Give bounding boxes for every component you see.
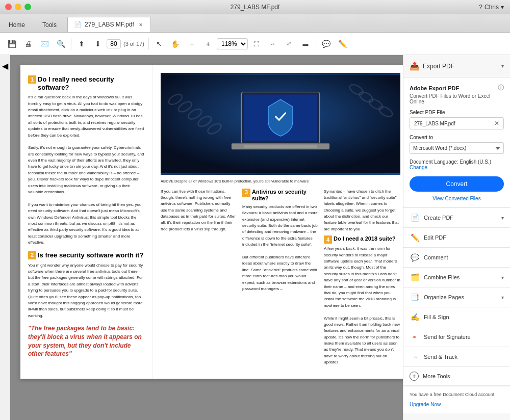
select-tool-button[interactable]: ↖ bbox=[151, 36, 167, 51]
tool-more-left: + More Tools bbox=[410, 372, 450, 381]
file-clear-button[interactable]: ✕ bbox=[494, 120, 499, 127]
fit-width-button[interactable]: ↔ bbox=[265, 36, 280, 51]
draw-tool-button[interactable]: ✏️ bbox=[335, 36, 350, 51]
tab-close-button[interactable]: ✕ bbox=[137, 21, 144, 28]
fit-page-button[interactable]: ⛶ bbox=[249, 36, 264, 51]
hand-tool-button[interactable]: ✋ bbox=[168, 36, 183, 51]
combine-icon: 🗂️ bbox=[410, 272, 420, 282]
minimize-button[interactable] bbox=[15, 4, 21, 10]
section2-header: 2 Is free security software worth it? bbox=[28, 251, 145, 259]
tool-organize-pages[interactable]: 📑 Organize Pages ▾ bbox=[403, 287, 510, 307]
tool-create-pdf[interactable]: 📄 Create PDF ▾ bbox=[403, 208, 510, 228]
user-name: Chris bbox=[484, 4, 499, 11]
maximize-button[interactable] bbox=[24, 4, 31, 10]
separator2 bbox=[148, 38, 149, 49]
tool-fill-left: ✍️ Fill & Sign bbox=[410, 312, 449, 322]
col3-intro: Symantec – have chosen to ditch the trad… bbox=[324, 189, 400, 233]
doc-language: Document Language: English (U.S.) Change bbox=[410, 159, 504, 170]
bottom-note: You have a free Document Cloud account U… bbox=[403, 386, 510, 413]
tab-file[interactable]: 📄 279_LABS MF.pdf ✕ bbox=[67, 17, 151, 32]
toolbar: 💾 🖨 ✉️ 🔍 ⬆ ⬇ (3 of 17) ↖ ✋ − + 118% 100%… bbox=[0, 33, 510, 55]
tool-combine-left: 🗂️ Combine Files bbox=[410, 272, 460, 282]
organize-label: Organize Pages bbox=[424, 294, 464, 300]
export-pdf-header[interactable]: 📤 Export PDF ▾ bbox=[410, 61, 504, 71]
more-tools-label: More Tools bbox=[423, 373, 450, 379]
prev-page-button[interactable]: ⬆ bbox=[74, 36, 89, 51]
change-language-link[interactable]: Change bbox=[410, 165, 427, 170]
pdf-area[interactable]: 1 Do I really need security software? It… bbox=[10, 55, 403, 420]
hero-image bbox=[161, 73, 400, 175]
section2-body: You might wonder why anyone would choose… bbox=[28, 262, 145, 320]
email-button[interactable]: ✉️ bbox=[37, 36, 52, 51]
file-name-text: 279_LABS MF.pdf bbox=[414, 121, 455, 126]
send-track-label: Send & Track bbox=[424, 354, 457, 360]
comment-tool-button[interactable]: 💬 bbox=[319, 36, 334, 51]
comment-label: Comment bbox=[424, 254, 448, 260]
section2-num: 2 bbox=[28, 251, 36, 259]
col1-text: If you can live with those limitations, … bbox=[161, 189, 237, 371]
file-icon: 📄 bbox=[74, 21, 82, 28]
close-button[interactable] bbox=[5, 4, 12, 10]
zoom-in-button[interactable]: + bbox=[200, 36, 216, 51]
main-layout: ◀ 1 Do I really need security software? … bbox=[0, 55, 510, 420]
window-controls[interactable] bbox=[5, 4, 31, 10]
window-title: 279_LABS MF.pdf bbox=[231, 4, 280, 11]
col3-text: Symantec – have chosen to ditch the trad… bbox=[324, 189, 400, 371]
tool-more-tools[interactable]: + More Tools bbox=[403, 367, 510, 386]
user-menu[interactable]: ? Chris ▾ bbox=[479, 4, 504, 11]
tab-home[interactable]: Home bbox=[0, 17, 34, 32]
read-mode-button[interactable]: ▬ bbox=[298, 36, 313, 51]
section3-header: 3 Antivirus or security suite? bbox=[242, 189, 319, 202]
left-panel-toggle[interactable]: ◀ bbox=[0, 55, 10, 420]
fill-sign-label: Fill & Sign bbox=[424, 314, 449, 320]
pdf-main-column: ABOVE Despite all of Windows 10's built-… bbox=[153, 65, 403, 379]
next-page-button[interactable]: ⬇ bbox=[90, 36, 106, 51]
convert-button[interactable]: Convert bbox=[410, 176, 504, 192]
tool-organize-left: 📑 Organize Pages bbox=[410, 292, 464, 302]
edit-pdf-icon: ✏️ bbox=[410, 232, 420, 243]
section1-body: It's a fair question: back in the days o… bbox=[28, 94, 145, 246]
section4-header: 4 Do I need a 2018 suite? bbox=[324, 235, 400, 244]
file-input-row[interactable]: 279_LABS MF.pdf ✕ bbox=[410, 117, 504, 129]
select-file-label: Select PDF File bbox=[410, 110, 504, 115]
page-number-input[interactable] bbox=[107, 39, 121, 48]
tab-tools[interactable]: Tools bbox=[34, 17, 65, 32]
tool-send-signature[interactable]: ✒ Send for Signature bbox=[403, 327, 510, 347]
view-converted-link[interactable]: View Converted Files bbox=[410, 196, 504, 201]
edit-pdf-label: Edit PDF bbox=[424, 234, 446, 241]
create-pdf-chevron: ▾ bbox=[501, 215, 504, 221]
print-button[interactable]: 🖨 bbox=[20, 36, 36, 51]
caption-above: ABOVE bbox=[161, 179, 173, 183]
tool-edit-pdf-left: ✏️ Edit PDF bbox=[410, 232, 446, 243]
combine-chevron: ▾ bbox=[501, 275, 504, 280]
section3-num: 3 bbox=[242, 189, 250, 197]
search-button[interactable]: 🔍 bbox=[53, 36, 68, 51]
create-pdf-icon: 📄 bbox=[410, 213, 420, 223]
zoom-out-button[interactable]: − bbox=[184, 36, 199, 51]
tool-create-pdf-left: 📄 Create PDF bbox=[410, 213, 453, 223]
fill-sign-icon: ✍️ bbox=[410, 312, 420, 322]
tool-send-track[interactable]: → Send & Track bbox=[403, 347, 510, 367]
comment-icon: 💬 bbox=[410, 252, 420, 262]
adobe-info-icon: ⓘ bbox=[498, 84, 504, 92]
collapse-icon: ◀ bbox=[2, 61, 8, 71]
export-pdf-section: Adobe Export PDF ⓘ Convert PDF Files to … bbox=[403, 77, 510, 208]
section1-num: 1 bbox=[28, 75, 36, 84]
save-button[interactable]: 💾 bbox=[4, 36, 19, 51]
export-pdf-icon: 📤 bbox=[410, 61, 420, 71]
upgrade-link[interactable]: Upgrade Now bbox=[410, 401, 504, 408]
tool-comment[interactable]: 💬 Comment bbox=[403, 248, 510, 268]
tool-comment-left: 💬 Comment bbox=[410, 252, 448, 262]
full-screen-button[interactable]: ⤢ bbox=[282, 36, 297, 51]
zoom-select[interactable]: 118% 100% 75% 50% bbox=[217, 38, 248, 49]
tool-list: 📄 Create PDF ▾ ✏️ Edit PDF 💬 Comment bbox=[403, 208, 510, 386]
convert-to-select[interactable]: Microsoft Word (*.docx) Microsoft Excel … bbox=[410, 142, 504, 154]
pdf-left-column: 1 Do I really need security software? It… bbox=[20, 65, 153, 379]
doc-language-value: English (U.S.) bbox=[460, 159, 491, 165]
tool-edit-pdf[interactable]: ✏️ Edit PDF bbox=[403, 228, 510, 248]
tool-combine-files[interactable]: 🗂️ Combine Files ▾ bbox=[403, 268, 510, 287]
tool-fill-sign[interactable]: ✍️ Fill & Sign bbox=[403, 307, 510, 327]
section3-body: Many security products are offered in tw… bbox=[242, 204, 319, 292]
pullquote: "The free packages tend to be basic: the… bbox=[28, 324, 145, 358]
help-icon: ? bbox=[479, 4, 482, 11]
